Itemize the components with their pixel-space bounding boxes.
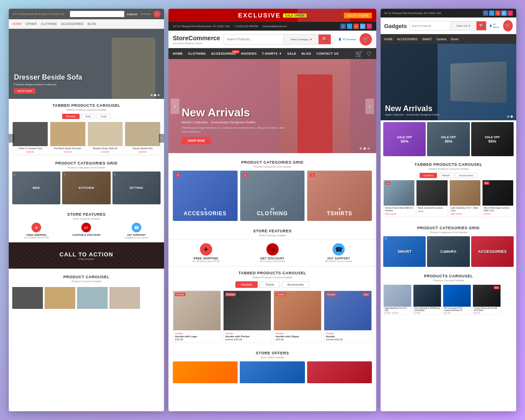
left-cat-bed[interactable]: 2 BED (12, 172, 60, 204)
left-tab-wooden[interactable]: Wooden (62, 114, 80, 119)
right-sale-3[interactable]: SALE OFF 55% (471, 122, 514, 156)
center-nav-clothing[interactable]: CLOTHING (188, 52, 206, 55)
center-panel: EXCLUSIVE SALE OFFER GO TO STORE 127 St.… (168, 9, 376, 411)
center-tab-hoodies[interactable]: Hoodies (235, 281, 258, 288)
center-tab-tshirts[interactable]: Tshirts (259, 281, 280, 288)
nav-cart-icon[interactable]: 🛒 (355, 50, 363, 57)
center-social: f t g p i (340, 24, 372, 29)
left-nav-home[interactable]: HOME (12, 22, 21, 25)
left-products-next[interactable]: › (159, 134, 164, 143)
tw-icon[interactable]: t (347, 24, 352, 29)
right-nav-accessories[interactable]: ACCESSORIES (397, 38, 418, 41)
center-nav-sale[interactable]: SALE (287, 52, 297, 55)
center-nav-hoodies[interactable]: HOODIES (241, 52, 257, 55)
hero-person-silhouette (298, 9, 350, 22)
center-cat-tshirts[interactable]: 1 6 TSHIRTS (307, 171, 372, 221)
right-sale-2[interactable]: SALE OFF 35% (427, 122, 469, 156)
right-cart-icon[interactable]: 🛒 (503, 20, 513, 32)
center-hero-btn[interactable]: SHOP NOW (182, 137, 211, 144)
left-hero-btn[interactable]: SHOP NOW (14, 88, 35, 94)
right-car-2: Sony PlayStation 3Dif/Mining & Exhibitio… (413, 284, 441, 315)
left-ship-desc: On all orders over £75.00 (24, 236, 49, 239)
center-prod-2-cat: Hoodies (225, 332, 269, 335)
center-hero: New Arrivals Winter Collection - Exclusi… (168, 59, 376, 153)
left-nav-accessories[interactable]: ACCESSORIES (61, 22, 84, 25)
right-sale-1[interactable]: SALE OFF 55% (383, 122, 426, 156)
right-search-btn[interactable]: 🔍 (476, 21, 486, 30)
center-nav-tshirts[interactable]: T-SHIRTS ▼ (262, 52, 282, 55)
left-products-prev[interactable]: ‹ (9, 134, 14, 143)
fb-icon[interactable]: f (340, 24, 346, 29)
left-cart-icon[interactable]: 🛒 (154, 10, 161, 18)
right-cat-accessories[interactable]: ACCESSORIES (471, 236, 514, 267)
center-brand: StoreCommerce just another WordPress the… (173, 34, 220, 45)
clothing-name: CLOTHING (257, 210, 288, 217)
right-nav-drone[interactable]: Drone (451, 38, 458, 41)
right-nav-smart[interactable]: SMART (422, 38, 432, 41)
right-fb-icon[interactable]: f (483, 10, 488, 16)
right-gp-icon[interactable]: g (495, 10, 500, 16)
center-nav-accessories[interactable]: ACCESSORIES NEW (211, 52, 236, 55)
left-nav: HOME OTHER CLOTHING ACCESSORIES BLOG (9, 19, 164, 29)
right-car-2-img (413, 285, 441, 307)
left-cat-sitting[interactable]: 3 SITTING (112, 172, 161, 204)
right-car-4-price: £14.00 (473, 312, 500, 315)
left-search-mini (70, 11, 124, 17)
left-hero: Dresser Beside Sofa Furniture elegant be… (9, 29, 164, 99)
right-catgrid-subtitle: Product Categories Grid Subtitle (381, 231, 516, 236)
right-search-input[interactable] (410, 21, 450, 30)
center-tab-accessories[interactable]: Accessories (282, 281, 310, 288)
center-hero-next[interactable]: › (365, 98, 374, 114)
left-catgrid-subtitle: Product Categories Grid Subtitle (9, 166, 164, 172)
right-nav-home[interactable]: HOME (384, 38, 393, 41)
right-tab-mobile[interactable]: Mobile (438, 173, 454, 178)
left-nav-other[interactable]: OTHER (26, 22, 37, 25)
center-search-btn[interactable]: 🔍 (318, 35, 331, 44)
center-prod-2-name: Hoodie with Pocket (225, 335, 269, 338)
left-tab-chair[interactable]: Chair (97, 114, 111, 119)
right-prod-2-img (416, 180, 447, 206)
center-search-input[interactable] (224, 35, 284, 44)
accessories-count: 5 (204, 207, 206, 210)
left-nav-clothing[interactable]: CLOTHING (41, 22, 57, 25)
nav-wish-icon[interactable]: ♡ (366, 50, 372, 57)
left-tab-sofa[interactable]: Sofa (81, 114, 94, 119)
center-products-grid: Hoodies Hoodies Hoodie with Logo £45.00 … (168, 290, 376, 346)
right-search-cat[interactable]: Select Cat ▼ (450, 21, 476, 30)
right-pi-icon[interactable]: p (501, 10, 507, 16)
offer-blue (240, 361, 304, 383)
left-cat-kitchen[interactable]: 4 KITCHEN (62, 172, 110, 204)
center-sf-support: ☎ 24/7 SUPPORT We will be at your servic… (305, 243, 372, 262)
ig-icon[interactable]: i (367, 24, 372, 29)
left-product-2-name: Park Block Suede Armchairs (50, 146, 85, 150)
right-prod-4-badge: New (484, 182, 489, 185)
gp-icon[interactable]: g (354, 24, 359, 29)
right-tw-icon[interactable]: t (489, 10, 494, 16)
center-search-cat[interactable]: Select Category ▼ (284, 35, 318, 44)
right-ig-icon[interactable]: i (508, 10, 513, 16)
right-cat-smart[interactable]: 10 SMART (383, 236, 426, 267)
right-user-area: 👤 AT Items (489, 23, 500, 28)
pi-icon[interactable]: p (360, 24, 365, 29)
left-carousel-subtitle: Tabbed Products Carousel Subtitle (9, 108, 164, 114)
center-nav-blog[interactable]: BLOG (301, 52, 311, 55)
right-nav-camera[interactable]: Camera (436, 38, 446, 41)
center-nav-contact[interactable]: CONTACT US (317, 52, 339, 55)
center-store-btn[interactable]: GO TO STORE (344, 13, 372, 18)
center-cat-accessories[interactable]: 1 5 ACCESSORIES (173, 171, 238, 221)
center-hero-dots (360, 147, 370, 150)
center-catgrid-title: PRODUCT CATEGORIES GRID (168, 156, 376, 165)
right-hero-title: New Arrivals (385, 104, 439, 113)
left-nav-blog[interactable]: BLOG (88, 22, 96, 25)
center-sup-title: 24/7 SUPPORT (327, 257, 350, 260)
right-tab-camera[interactable]: Camera (420, 173, 437, 178)
center-cat-clothing[interactable]: 1 15 CLOTHING (240, 171, 305, 221)
center-nav-home[interactable]: HOME (173, 52, 183, 55)
center-cart-icon[interactable]: 🛒 (360, 33, 372, 46)
right-tab-accessories[interactable]: Accessories (455, 173, 477, 178)
right-brand: Gadgets (384, 22, 407, 30)
center-user-area: 👤 AT Dresses (338, 38, 356, 41)
center-dot-2 (364, 147, 366, 150)
right-cat-camera[interactable]: 5 CaMeRA (427, 236, 469, 267)
left-bprod-3-img (77, 287, 108, 309)
